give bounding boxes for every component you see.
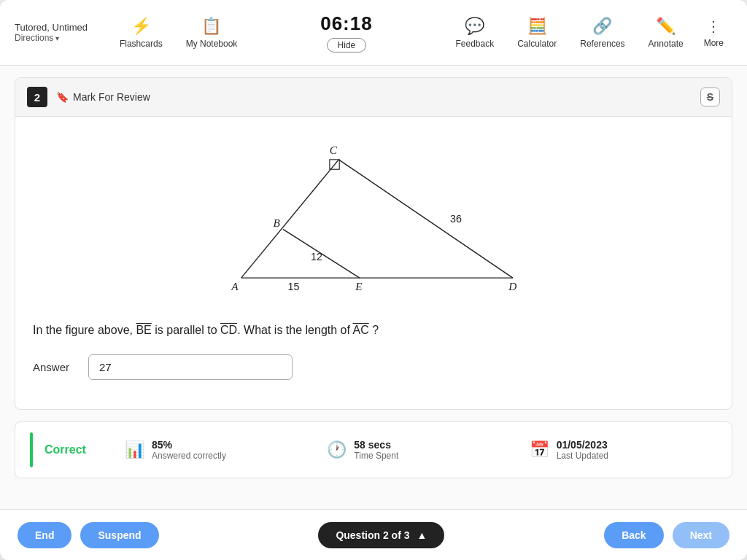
directions-dropdown[interactable]: Directions ▾ [15,33,59,43]
be-overline: BE [136,324,151,336]
svg-text:A: A [231,280,239,292]
answer-input[interactable] [88,354,293,380]
bookmark-icon: 🔖 [56,91,69,103]
question-card: 2 🔖 Mark For Review S [15,77,732,410]
mark-for-review-button[interactable]: 🔖 Mark For Review [56,91,150,103]
references-icon: 🔗 [592,17,612,36]
svg-line-1 [338,160,513,278]
more-label: More [704,38,724,48]
more-nav-item[interactable]: ⋮ More [695,18,732,48]
svg-text:C: C [330,144,338,156]
bottom-bar: End Suspend Question 2 of 3 ▲ Back Next [0,509,747,560]
accuracy-stat: 📊 85% Answered correctly [110,439,312,461]
calculator-icon: 🧮 [527,17,547,36]
flashcards-icon: ⚡ [131,17,151,36]
svg-line-0 [241,160,339,278]
svg-text:36: 36 [450,213,462,225]
result-bar: Correct 📊 85% Answered correctly 🕐 58 se… [15,421,732,478]
annotate-label: Annotate [649,39,684,49]
suspend-button[interactable]: Suspend [80,522,158,548]
chevron-down-icon: ▾ [55,34,59,42]
date-value: 01/05/2023 [557,439,608,451]
calendar-icon: 📅 [530,440,549,459]
question-progress-button[interactable]: Question 2 of 3 ▲ [318,522,444,548]
calculator-nav-item[interactable]: 🧮 Calculator [506,17,568,49]
svg-text:E: E [355,280,363,292]
nav-right-section: 💬 Feedback 🧮 Calculator 🔗 References ✏️ … [444,17,733,49]
answer-row: Answer [33,354,714,380]
main-content: 2 🔖 Mark For Review S [0,66,747,509]
brand-section: Tutored, Untimed Directions ▾ [15,22,88,43]
correct-indicator [30,432,33,467]
feedback-icon: 💬 [465,17,484,36]
question-body: C B A E D 12 15 36 In the figure above, … [15,117,732,409]
back-button[interactable]: Back [604,522,663,548]
more-icon: ⋮ [706,18,721,35]
ac-overline: AC [352,324,368,336]
accuracy-label: Answered correctly [152,451,226,461]
flashcards-label: Flashcards [120,39,163,49]
date-stat-text: 01/05/2023 Last Updated [557,439,608,461]
time-stat-text: 58 secs Time Spent [354,439,398,461]
directions-label: Directions [15,33,53,43]
question-number-badge: 2 [27,87,47,107]
question-actions: S [700,88,720,106]
time-stat: 🕐 58 secs Time Spent [312,439,514,461]
bottom-center: Question 2 of 3 ▲ [168,522,596,548]
chart-icon: 📊 [125,440,144,459]
feedback-label: Feedback [456,39,495,49]
date-stat: 📅 01/05/2023 Last Updated [515,439,717,461]
notebook-icon: 📋 [201,17,221,36]
end-button[interactable]: End [18,522,71,548]
question-progress-label: Question 2 of 3 [336,529,409,541]
diagram-container: C B A E D 12 15 36 [33,131,714,306]
timer-display: 06:18 [320,12,373,35]
annotate-icon: ✏️ [656,17,676,36]
next-button[interactable]: Next [673,522,729,548]
date-label: Last Updated [557,451,608,461]
time-value: 58 secs [354,439,398,451]
triangle-diagram: C B A E D 12 15 36 [220,131,527,306]
strikethrough-button[interactable]: S [700,88,720,106]
svg-text:D: D [508,280,516,292]
calculator-label: Calculator [517,39,557,49]
question-text: In the figure above, BE is parallel to C… [33,321,714,340]
question-header: 2 🔖 Mark For Review S [15,78,732,117]
mark-for-review-label: Mark For Review [73,91,150,103]
flashcards-nav-item[interactable]: ⚡ Flashcards [108,17,174,49]
answer-label: Answer [33,361,77,373]
feedback-nav-item[interactable]: 💬 Feedback [444,17,506,49]
references-label: References [580,39,624,49]
cd-overline: CD [220,324,237,336]
chevron-up-icon: ▲ [417,529,427,541]
brand-title: Tutored, Untimed [15,22,88,33]
top-navigation: Tutored, Untimed Directions ▾ ⚡ Flashcar… [0,0,747,66]
svg-text:B: B [274,217,280,229]
correct-label: Correct [44,443,110,456]
timer-section: 06:18 Hide [249,12,444,52]
annotate-nav-item[interactable]: ✏️ Annotate [637,17,695,49]
accuracy-stat-text: 85% Answered correctly [152,439,226,461]
svg-text:15: 15 [288,281,300,292]
time-label: Time Spent [354,451,398,461]
notebook-nav-item[interactable]: 📋 My Notebook [174,17,249,49]
hide-button[interactable]: Hide [327,38,367,52]
accuracy-value: 85% [152,439,226,451]
references-nav-item[interactable]: 🔗 References [568,17,636,49]
svg-text:12: 12 [311,251,322,262]
clock-icon: 🕐 [327,440,347,459]
notebook-label: My Notebook [186,39,238,49]
